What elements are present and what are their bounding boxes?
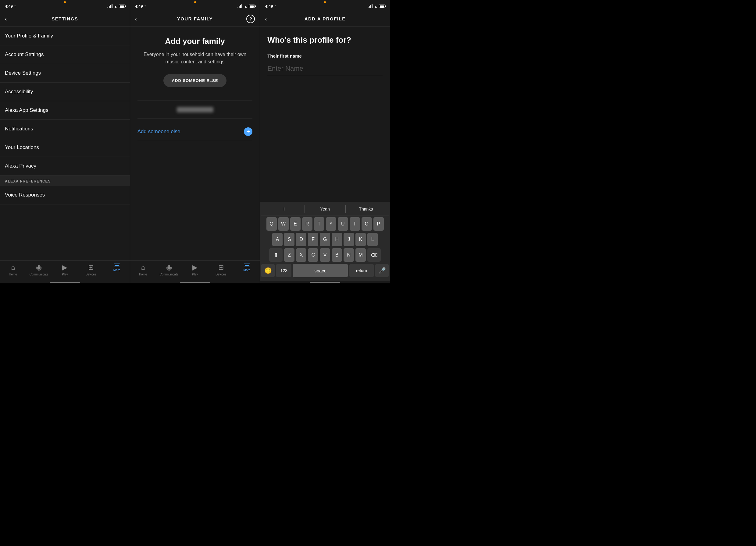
nav-devices-2[interactable]: ⊞ Devices (208, 264, 234, 276)
suggestion-i[interactable]: I (264, 205, 304, 213)
nav-home-1[interactable]: ⌂ Home (0, 264, 26, 276)
nav-play-1[interactable]: ▶ Play (52, 264, 78, 276)
key-u[interactable]: U (338, 217, 348, 231)
key-s[interactable]: S (284, 233, 294, 246)
key-r[interactable]: R (302, 217, 312, 231)
key-b[interactable]: B (332, 248, 342, 262)
status-bar-1: 4:49 ↑ (0, 0, 130, 11)
key-l[interactable]: L (367, 233, 378, 246)
key-c[interactable]: C (308, 248, 318, 262)
menu-item-notifications[interactable]: Notifications (0, 120, 130, 138)
menu-item-device[interactable]: Device Settings (0, 64, 130, 83)
keyboard-row-3: ⬆ Z X C V B N M ⌫ (261, 248, 389, 262)
key-w[interactable]: W (278, 217, 289, 231)
add-profile-title: ADD A PROFILE (305, 16, 346, 21)
nav-more-2[interactable]: More (234, 264, 260, 276)
menu-item-locations[interactable]: Your Locations (0, 138, 130, 157)
key-f[interactable]: F (308, 233, 318, 246)
key-q[interactable]: Q (266, 217, 277, 231)
menu-item-account[interactable]: Account Settings (0, 45, 130, 64)
nav-devices-1[interactable]: ⊞ Devices (78, 264, 104, 276)
nav-communicate-1[interactable]: ◉ Communicate (26, 264, 52, 276)
add-someone-button[interactable]: ADD SOMEONE ELSE (163, 74, 227, 87)
menu-item-voice[interactable]: Voice Responses (0, 186, 130, 205)
menu-item-alexa-app[interactable]: Alexa App Settings (0, 101, 130, 120)
key-n[interactable]: N (344, 248, 354, 262)
key-g[interactable]: G (320, 233, 330, 246)
back-button-2[interactable]: ‹ (135, 15, 137, 22)
add-plus-icon[interactable]: + (244, 127, 252, 136)
key-x[interactable]: X (296, 248, 306, 262)
devices-label-2: Devices (216, 273, 226, 276)
first-name-input[interactable] (267, 62, 383, 75)
key-o[interactable]: O (362, 217, 372, 231)
keyboard-row-1: Q W E R T Y U I O P (261, 217, 389, 231)
keyboard-row-2: A S D F G H J K L (261, 233, 389, 246)
keyboard: I Yeah Thanks Q W E R T Y U I O P A S D … (260, 202, 390, 281)
menu-item-accessibility[interactable]: Accessibility (0, 83, 130, 101)
key-j[interactable]: J (344, 233, 354, 246)
key-h[interactable]: H (332, 233, 342, 246)
signal-icon-2 (237, 4, 243, 8)
numeric-key[interactable]: 123 (276, 264, 291, 277)
shift-key[interactable]: ⬆ (269, 248, 283, 262)
family-content: Add your family Everyone in your househo… (130, 27, 260, 260)
key-v[interactable]: V (320, 248, 330, 262)
play-icon-2: ▶ (192, 264, 198, 272)
key-m[interactable]: M (355, 248, 366, 262)
wifi-icon-1 (114, 4, 117, 9)
time-2: 4:49 (135, 4, 143, 9)
menu-item-profile[interactable]: Your Profile & Family (0, 27, 130, 45)
suggestion-yeah[interactable]: Yeah (305, 205, 346, 213)
key-k[interactable]: K (355, 233, 366, 246)
more-label-1: More (113, 269, 120, 272)
return-key[interactable]: return (349, 264, 374, 277)
key-i[interactable]: I (350, 217, 360, 231)
more-icon-2 (244, 264, 250, 267)
delete-key[interactable]: ⌫ (367, 248, 381, 262)
home-icon-2: ⌂ (141, 264, 145, 272)
family-panel: 4:49 ↑ ‹ YOUR FAMILY ? Add your family E… (130, 0, 260, 283)
key-e[interactable]: E (290, 217, 301, 231)
battery-icon-3 (379, 5, 385, 8)
back-button-3[interactable]: ‹ (265, 15, 267, 22)
help-button[interactable]: ? (246, 15, 255, 23)
emoji-key[interactable]: 🙂 (261, 264, 275, 277)
family-subtitle: Everyone in your household can have thei… (137, 51, 253, 66)
status-bar-2: 4:49 ↑ (130, 0, 260, 11)
notification-dot-2 (194, 1, 196, 3)
location-icon-1: ↑ (14, 4, 16, 8)
location-icon-3: ↑ (274, 4, 276, 8)
key-d[interactable]: D (296, 233, 306, 246)
nav-home-2[interactable]: ⌂ Home (130, 264, 156, 276)
battery-icon-2 (249, 5, 255, 8)
divider-2 (137, 119, 253, 119)
key-p[interactable]: P (373, 217, 384, 231)
play-icon-1: ▶ (62, 264, 67, 272)
settings-list: Your Profile & Family Account Settings D… (0, 27, 130, 260)
keyboard-suggestions-row: I Yeah Thanks (261, 204, 389, 216)
suggestion-thanks[interactable]: Thanks (346, 205, 386, 213)
space-key[interactable]: space (293, 264, 348, 277)
key-t[interactable]: T (314, 217, 324, 231)
key-y[interactable]: Y (326, 217, 336, 231)
microphone-key[interactable]: 🎤 (375, 264, 389, 277)
nav-more-1[interactable]: More (104, 264, 130, 276)
back-button-1[interactable]: ‹ (5, 15, 7, 22)
battery-icon-1 (119, 5, 125, 8)
notification-dot-3 (324, 1, 326, 3)
devices-label-1: Devices (85, 273, 96, 276)
time-1: 4:49 (5, 4, 13, 9)
signal-icon-3 (368, 4, 373, 8)
nav-communicate-2[interactable]: ◉ Communicate (156, 264, 182, 276)
add-someone-row[interactable]: Add someone else + (137, 123, 253, 141)
key-z[interactable]: Z (284, 248, 294, 262)
add-profile-header: ‹ ADD A PROFILE (260, 11, 390, 27)
wifi-icon-2 (244, 4, 247, 9)
first-name-label: Their first name (267, 53, 383, 59)
key-a[interactable]: A (272, 233, 283, 246)
nav-play-2[interactable]: ▶ Play (182, 264, 208, 276)
profile-content: Who's this profile for? Their first name (260, 27, 390, 202)
menu-item-privacy[interactable]: Alexa Privacy (0, 157, 130, 176)
family-header: ‹ YOUR FAMILY ? (130, 11, 260, 27)
